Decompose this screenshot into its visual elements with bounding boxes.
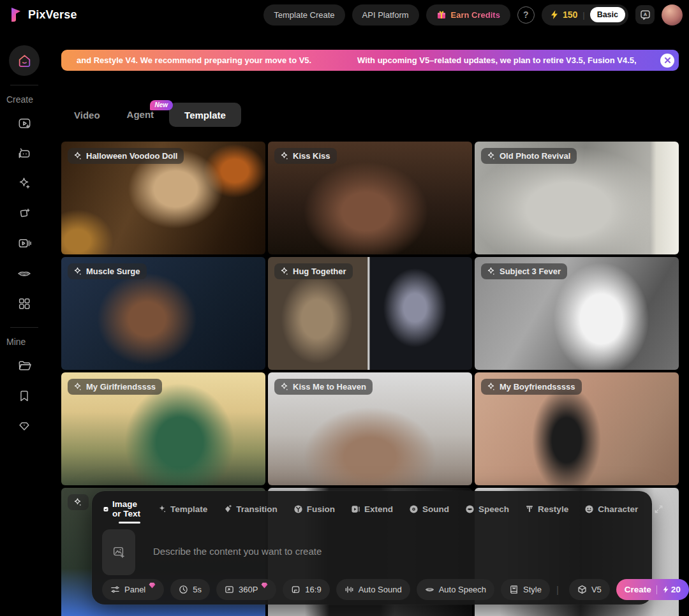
tab-agent[interactable]: Agent (127, 109, 154, 120)
template-card-title: Hug Together (293, 267, 346, 276)
sparkle-icon (486, 267, 496, 276)
template-create-button[interactable]: Template Create (263, 4, 344, 26)
folder-icon (17, 358, 32, 373)
waveform-icon (344, 585, 354, 594)
template-card-my-boyfriendsssss[interactable]: My Boyfriendsssss (475, 372, 679, 485)
panel-tab-image-or-text[interactable]: Image or Text (103, 499, 142, 524)
template-card-title: Halloween Voodoo Doll (86, 151, 177, 161)
credits-divider: | (582, 10, 584, 20)
earn-credits-button[interactable]: Earn Credits (426, 4, 510, 26)
template-card-kiss-me-to-heaven[interactable]: Kiss Me to Heaven (268, 372, 472, 485)
tab-video[interactable]: Video (74, 110, 100, 121)
create-button[interactable]: Create 20 (616, 579, 689, 600)
api-platform-label: API Platform (362, 10, 409, 20)
panel-tab-sound[interactable]: Sound (409, 504, 449, 519)
tab-template[interactable]: Template (169, 103, 241, 127)
template-card-subject-3-fever[interactable]: Subject 3 Fever (475, 257, 679, 370)
template-card-title: Kiss Me to Heaven (293, 382, 366, 392)
close-icon (664, 57, 671, 64)
brand-logo[interactable]: PixVerse (9, 7, 77, 22)
sidebar-item-extend[interactable] (9, 228, 40, 258)
template-card-old-photo-revival[interactable]: Old Photo Revival (475, 142, 679, 254)
sparkle-icon (73, 382, 82, 392)
auto-sound-button[interactable]: Auto Sound (336, 579, 410, 600)
auto-speech-button[interactable]: Auto Speech (417, 579, 494, 600)
upload-image-button[interactable] (102, 529, 135, 575)
template-card-label: Kiss Kiss (274, 148, 337, 164)
feedback-button[interactable]: A (635, 5, 655, 24)
model-cube-icon (577, 585, 587, 594)
template-card-hug-together[interactable]: Hug Together (268, 257, 472, 370)
panel-tab-label: Image or Text (112, 499, 142, 518)
template-card-label: Muscle Surge (68, 263, 147, 279)
transition-diamond-icon (223, 504, 232, 513)
lightning-bolt-icon (550, 10, 559, 20)
expand-icon (654, 504, 663, 514)
sidebar-item-favorites[interactable] (9, 381, 40, 411)
template-card-label: Subject 3 Fever (481, 263, 567, 279)
clock-icon (179, 585, 188, 594)
sidebar-section-mine: Mine (6, 337, 42, 347)
template-card-kiss-kiss[interactable]: Kiss Kiss (268, 142, 472, 254)
fusion-icon (293, 504, 303, 514)
template-card-title: Old Photo Revival (500, 151, 570, 161)
create-cost: 20 (662, 585, 681, 594)
panel-tab-template[interactable]: Template (158, 504, 207, 519)
help-button[interactable]: ? (517, 6, 535, 24)
panel-tab-restyle[interactable]: Restyle (525, 504, 568, 519)
home-icon (17, 53, 33, 69)
create-label: Create (625, 585, 651, 594)
sidebar-item-rewards[interactable] (9, 411, 40, 441)
sidebar: Create (0, 29, 48, 616)
image-text-icon (103, 504, 108, 514)
panel-tab-extend[interactable]: Extend (351, 504, 393, 519)
plan-badge[interactable]: Basic (590, 7, 625, 22)
template-card-halloween-voodoo-doll[interactable]: Halloween Voodoo Doll (61, 142, 265, 254)
model-version-label: V5 (591, 585, 602, 594)
banner-close-button[interactable] (660, 54, 674, 68)
sidebar-item-home[interactable] (9, 45, 40, 76)
resolution-button[interactable]: 360P (216, 579, 276, 600)
prompt-input[interactable]: Describe the content you want to create (153, 529, 642, 557)
sidebar-item-agent[interactable] (9, 138, 40, 168)
sidebar-item-transition[interactable] (9, 198, 40, 228)
sidebar-item-apps[interactable] (9, 288, 40, 318)
expand-panel-button[interactable] (654, 504, 663, 519)
template-card-label: Hug Together (274, 263, 353, 279)
earn-credits-label: Earn Credits (451, 10, 500, 20)
panel-settings-button[interactable]: Panel (102, 579, 164, 600)
grid-icon (17, 297, 31, 311)
style-icon (509, 585, 519, 594)
panel-tab-label: Fusion (307, 504, 335, 514)
template-card-my-girlfriendssss[interactable]: My Girlfriendssss (61, 372, 265, 485)
new-badge: New (150, 100, 174, 110)
create-divider (656, 585, 657, 594)
sidebar-item-lip-sync[interactable] (9, 258, 40, 288)
sparkle-icon (73, 267, 82, 276)
sound-icon (409, 504, 419, 514)
banner-text-left: and Restyle V4. We recommend preparing y… (77, 55, 311, 65)
controls-divider: | (556, 584, 559, 595)
user-avatar[interactable] (662, 4, 683, 26)
api-platform-button[interactable]: API Platform (352, 4, 419, 26)
aspect-ratio-label: 16:9 (305, 585, 321, 594)
sidebar-item-assets[interactable] (9, 351, 40, 381)
style-button[interactable]: Style (501, 579, 550, 600)
model-version-button[interactable]: V5 (569, 579, 610, 600)
sliders-icon (110, 585, 120, 594)
panel-tab-fusion[interactable]: Fusion (293, 504, 335, 519)
panel-tab-transition[interactable]: Transition (223, 504, 278, 519)
panel-tab-speech[interactable]: Speech (465, 504, 509, 519)
panel-tab-label: Template (170, 504, 207, 514)
template-card-label: My Boyfriendsssss (481, 379, 582, 395)
sidebar-item-effects[interactable] (9, 168, 40, 198)
duration-button[interactable]: 5s (170, 579, 210, 600)
credits-pill[interactable]: 150 | Basic (542, 4, 628, 26)
style-label: Style (523, 585, 542, 594)
panel-tab-character[interactable]: Character (584, 504, 638, 519)
template-card-label: Kiss Me to Heaven (274, 379, 373, 395)
template-card-muscle-surge[interactable]: Muscle Surge (61, 257, 265, 370)
aspect-ratio-button[interactable]: 16:9 (283, 579, 329, 600)
sidebar-item-video-create[interactable] (9, 108, 40, 138)
template-card-title: Subject 3 Fever (500, 267, 561, 276)
